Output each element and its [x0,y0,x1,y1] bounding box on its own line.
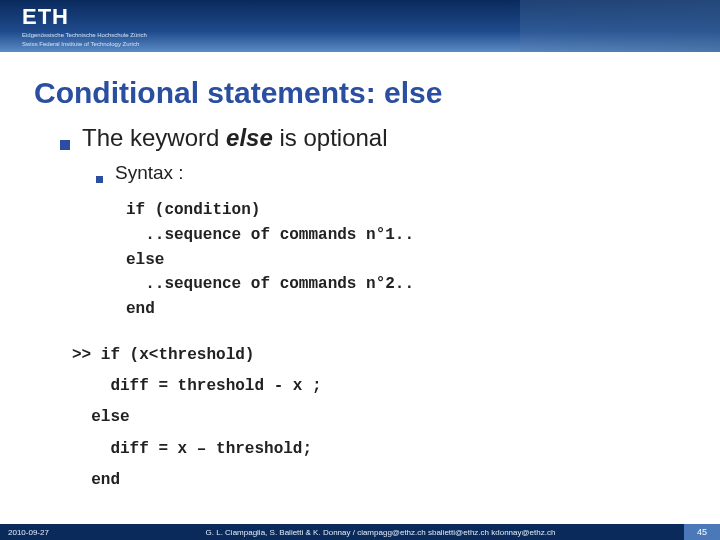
footer-authors: G. L. Ciampaglia, S. Balietti & K. Donna… [49,528,712,537]
eth-logo: ETH [22,4,147,30]
bullet-main-pre: The keyword [82,124,226,151]
bullet-main-post: is optional [273,124,388,151]
slide-title: Conditional statements: else [0,52,720,124]
bullet-sub: Syntax : [96,162,686,184]
eth-subtitle-1: Eidgenössische Technische Hochschule Zür… [22,32,147,39]
bullet-main-keyword: else [226,124,273,151]
bullet-square-icon [60,140,70,150]
footer-date: 2010-09-27 [8,528,49,537]
footer-bar: 2010-09-27 G. L. Ciampaglia, S. Balietti… [0,524,720,540]
bullet-square-small-icon [96,176,103,183]
bullet-sub-text: Syntax : [115,162,184,184]
slide-content: The keyword else is optional Syntax : if… [0,124,720,496]
eth-subtitle-2: Swiss Federal Institute of Technology Zu… [22,41,147,48]
header-banner: ETH Eidgenössische Technische Hochschule… [0,0,720,52]
example-code-block: >> if (x<threshold) diff = threshold - x… [72,340,686,496]
bullet-main-text: The keyword else is optional [82,124,388,152]
syntax-code-block: if (condition) ..sequence of commands n°… [126,198,686,322]
bullet-main: The keyword else is optional [60,124,686,152]
eth-logo-block: ETH Eidgenössische Technische Hochschule… [22,4,147,47]
footer-page-number: 45 [684,524,720,540]
